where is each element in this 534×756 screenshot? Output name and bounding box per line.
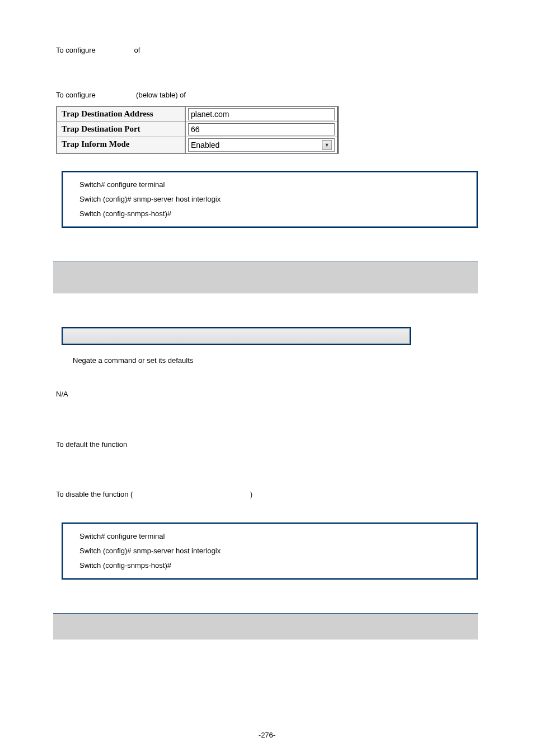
cli-line: Switch# configure terminal — [79, 178, 460, 192]
trap-config-table: Trap Destination Address Trap Destinatio… — [56, 106, 339, 154]
label-trap-dest-port: Trap Destination Port — [57, 122, 186, 137]
syntax-frame — [62, 327, 411, 345]
cli-line: Switch (config-snmps-host)# — [79, 207, 460, 221]
section-band — [53, 613, 478, 640]
intro-line-2: To configure (below table) of — [56, 90, 478, 101]
cli-line: Switch# configure terminal — [79, 529, 460, 544]
cli-example-2: Switch# configure terminal Switch (confi… — [62, 522, 478, 580]
text: To disable the function ( — [56, 490, 133, 498]
negate-description: Negate a command or set its defaults — [73, 356, 478, 365]
label-trap-inform-mode: Trap Inform Mode — [57, 137, 186, 153]
cli-line: Switch (config)# snmp-server host interl… — [79, 544, 460, 558]
cli-line: Switch (config)# snmp-server host interl… — [79, 192, 460, 207]
intro-line-1: To configure of — [56, 45, 478, 56]
cell-trap-dest-addr — [186, 107, 337, 122]
table-row: Trap Destination Address — [57, 107, 337, 122]
text: ) — [250, 490, 252, 498]
trap-dest-addr-input[interactable] — [188, 108, 335, 120]
table-row: Trap Destination Port — [57, 122, 337, 137]
default-na: N/A — [56, 389, 478, 400]
text: To configure — [56, 46, 96, 54]
cell-trap-inform-mode: Enabled ▼ — [186, 137, 337, 153]
trap-inform-mode-select[interactable]: Enabled ▼ — [188, 138, 335, 152]
usage-default-line: To default the function — [56, 439, 478, 450]
select-value: Enabled — [191, 141, 219, 150]
section-band — [53, 262, 478, 293]
text: To configure — [56, 91, 96, 99]
text: (below table) of — [136, 91, 186, 99]
label-trap-dest-addr: Trap Destination Address — [57, 107, 186, 122]
chevron-down-icon: ▼ — [322, 140, 332, 150]
usage-disable-line: To disable the function ( ) — [56, 489, 478, 500]
text: of — [134, 46, 140, 54]
cell-trap-dest-port — [186, 122, 337, 137]
trap-dest-port-input[interactable] — [188, 123, 335, 136]
cli-example-1: Switch# configure terminal Switch (confi… — [62, 171, 478, 228]
table-row: Trap Inform Mode Enabled ▼ — [57, 137, 337, 153]
cli-line: Switch (config-snmps-host)# — [79, 558, 460, 573]
page-container: To configure of To configure (below tabl… — [0, 0, 534, 756]
page-number: -276- — [0, 731, 534, 739]
